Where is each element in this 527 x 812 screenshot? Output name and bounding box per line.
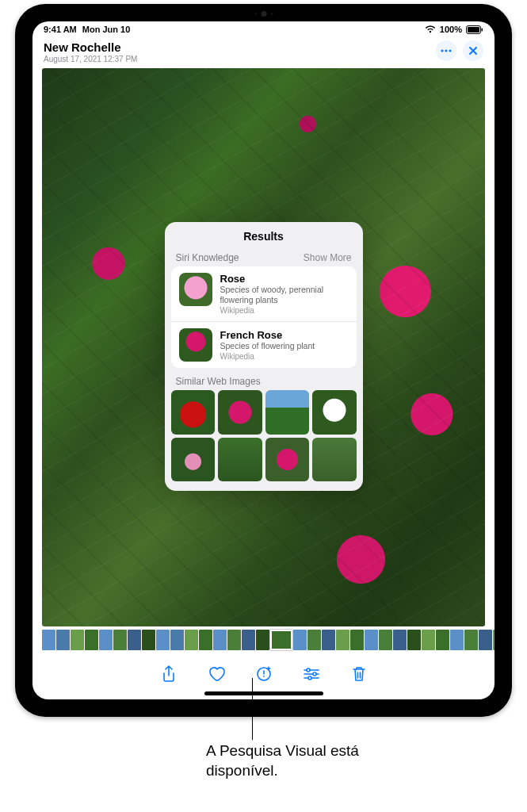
thumbnail[interactable] bbox=[270, 630, 292, 650]
thumbnail[interactable] bbox=[422, 630, 435, 650]
thumbnail[interactable] bbox=[450, 630, 464, 650]
thumbnail[interactable] bbox=[365, 630, 378, 650]
bottom-toolbar bbox=[32, 653, 495, 691]
result-description: Species of flowering plant bbox=[220, 341, 315, 351]
photo-viewport[interactable]: Results Siri Knowledge Show More Rose Sp… bbox=[32, 68, 495, 626]
result-row-rose[interactable]: Rose Species of woody, perennial floweri… bbox=[171, 266, 357, 322]
similar-image[interactable] bbox=[171, 390, 216, 435]
ipad-device-frame: 9:41 AM Mon Jun 10 100% New Rochelle Aug… bbox=[15, 4, 512, 717]
result-source: Wikipedia bbox=[220, 306, 349, 315]
thumbnail[interactable] bbox=[436, 630, 449, 650]
similar-image[interactable] bbox=[171, 438, 216, 482]
result-title: French Rose bbox=[220, 329, 315, 341]
siri-knowledge-label: Siri Knowledge bbox=[176, 252, 239, 263]
visual-lookup-results-popover: Results Siri Knowledge Show More Rose Sp… bbox=[165, 222, 363, 491]
thumbnail[interactable] bbox=[307, 630, 321, 650]
battery-percent: 100% bbox=[440, 25, 462, 34]
wifi-icon bbox=[425, 25, 436, 33]
svg-rect-1 bbox=[468, 27, 479, 33]
callout-text: A Pesquisa Visual está disponível. bbox=[206, 741, 412, 780]
thumbnail[interactable] bbox=[42, 630, 55, 650]
callout-line bbox=[252, 678, 253, 740]
location-title: New Rochelle bbox=[44, 40, 137, 54]
thumbnail[interactable] bbox=[479, 630, 492, 650]
result-thumb-icon bbox=[179, 328, 212, 362]
thumbnail[interactable] bbox=[322, 630, 335, 650]
thumbnail[interactable] bbox=[393, 630, 407, 650]
close-button[interactable] bbox=[463, 40, 483, 61]
status-time: 9:41 AM bbox=[44, 25, 77, 34]
favorite-button[interactable] bbox=[205, 663, 227, 685]
thumbnail[interactable] bbox=[85, 630, 98, 650]
thumbnail[interactable] bbox=[113, 630, 127, 650]
photo-header: New Rochelle August 17, 2021 12:37 PM bbox=[32, 37, 495, 68]
similar-image[interactable] bbox=[265, 438, 310, 482]
thumbnail[interactable] bbox=[293, 630, 307, 650]
svg-point-8 bbox=[313, 672, 316, 676]
thumbnail[interactable] bbox=[227, 630, 241, 650]
thumbnail[interactable] bbox=[142, 630, 155, 650]
thumbnail[interactable] bbox=[99, 630, 113, 650]
battery-icon bbox=[466, 25, 483, 34]
thumbnail[interactable] bbox=[71, 630, 84, 650]
result-source: Wikipedia bbox=[220, 352, 315, 361]
svg-point-5 bbox=[449, 49, 451, 52]
similar-image[interactable] bbox=[312, 390, 357, 435]
visual-lookup-button[interactable] bbox=[253, 663, 275, 685]
result-description: Species of woody, perennial flowering pl… bbox=[220, 285, 349, 305]
thumbnail[interactable] bbox=[199, 630, 212, 650]
thumbnail[interactable] bbox=[56, 630, 70, 650]
thumbnail[interactable] bbox=[170, 630, 184, 650]
home-indicator[interactable] bbox=[204, 691, 323, 695]
popover-title: Results bbox=[165, 222, 363, 249]
result-row-french-rose[interactable]: French Rose Species of flowering plant W… bbox=[171, 322, 357, 368]
thumbnail[interactable] bbox=[185, 630, 198, 650]
similar-image[interactable] bbox=[265, 390, 310, 435]
visual-lookup-icon bbox=[255, 665, 273, 683]
svg-point-7 bbox=[307, 668, 310, 672]
result-thumb-icon bbox=[179, 273, 212, 306]
share-icon bbox=[162, 665, 176, 683]
sliders-icon bbox=[303, 667, 320, 681]
trash-icon bbox=[352, 666, 366, 682]
thumbnail[interactable] bbox=[213, 630, 227, 650]
share-button[interactable] bbox=[158, 663, 180, 685]
trash-button[interactable] bbox=[348, 663, 370, 685]
svg-point-9 bbox=[308, 676, 311, 680]
photo-date: August 17, 2021 12:37 PM bbox=[44, 55, 137, 63]
thumbnail[interactable] bbox=[242, 630, 255, 650]
screen: 9:41 AM Mon Jun 10 100% New Rochelle Aug… bbox=[32, 21, 495, 699]
similar-images-label: Similar Web Images bbox=[165, 368, 363, 390]
thumbnail[interactable] bbox=[350, 630, 364, 650]
svg-point-4 bbox=[445, 49, 447, 52]
more-button[interactable] bbox=[436, 40, 456, 61]
svg-rect-2 bbox=[482, 28, 483, 31]
camera-icon bbox=[261, 11, 266, 17]
result-title: Rose bbox=[220, 273, 349, 285]
status-date: Mon Jun 10 bbox=[82, 25, 131, 34]
thumbnail[interactable] bbox=[128, 630, 141, 650]
close-icon bbox=[468, 46, 478, 56]
thumbnail[interactable] bbox=[493, 630, 495, 650]
svg-point-3 bbox=[441, 49, 443, 52]
thumbnail[interactable] bbox=[156, 630, 170, 650]
edit-button[interactable] bbox=[300, 663, 323, 685]
similar-images-grid bbox=[165, 390, 363, 486]
ellipsis-icon bbox=[441, 49, 452, 52]
similar-image[interactable] bbox=[312, 438, 357, 482]
thumbnail[interactable] bbox=[256, 630, 269, 650]
thumbnail-scrubber[interactable] bbox=[32, 626, 495, 653]
thumbnail[interactable] bbox=[407, 630, 421, 650]
thumbnail[interactable] bbox=[336, 630, 349, 650]
status-bar: 9:41 AM Mon Jun 10 100% bbox=[32, 21, 495, 37]
thumbnail[interactable] bbox=[379, 630, 392, 650]
heart-icon bbox=[208, 666, 225, 682]
siri-knowledge-card: Rose Species of woody, perennial floweri… bbox=[171, 266, 357, 368]
similar-image[interactable] bbox=[218, 438, 262, 482]
show-more-button[interactable]: Show More bbox=[304, 252, 352, 263]
thumbnail[interactable] bbox=[464, 630, 478, 650]
similar-image[interactable] bbox=[218, 390, 262, 435]
